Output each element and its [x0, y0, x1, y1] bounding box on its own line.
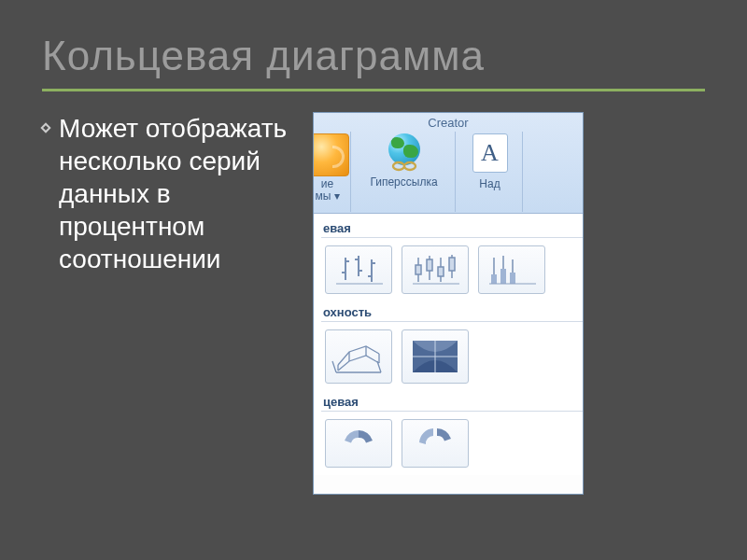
- chart-gallery: евая: [314, 214, 583, 475]
- hyperlink-label: Гиперссылка: [370, 176, 437, 189]
- svg-rect-21: [491, 274, 497, 284]
- textbox-glyph: A: [481, 139, 499, 167]
- textbox-icon: A: [472, 133, 508, 173]
- gallery-row-stock: [321, 238, 583, 301]
- chart-thumb-doughnut-exploded[interactable]: [402, 419, 469, 468]
- ribbon-group-partial: ие мы ▾: [313, 132, 351, 212]
- svg-rect-23: [510, 273, 515, 284]
- chart-thumb-stock-hlc[interactable]: [325, 245, 392, 294]
- svg-rect-22: [500, 269, 506, 284]
- svg-rect-17: [438, 267, 444, 276]
- globe-hyperlink-icon: [386, 133, 423, 171]
- chart-thumb-stock-ohlc[interactable]: [402, 245, 469, 294]
- content-row: Может отображать несколько серий данных …: [42, 112, 705, 495]
- gallery-category-surface: охность: [321, 301, 583, 322]
- chart-thumb-surface-3d[interactable]: [325, 329, 392, 384]
- slide-title: Кольцевая диаграмма: [42, 33, 705, 79]
- svg-rect-13: [416, 265, 421, 274]
- ribbon-tab-label: Creator: [314, 115, 583, 131]
- gallery-row-doughnut: [321, 412, 583, 475]
- ribbon-group-textbox[interactable]: A Над: [458, 132, 523, 212]
- chart-thumb-surface-contour[interactable]: [402, 329, 469, 384]
- svg-point-0: [393, 162, 404, 170]
- ribbon-group-hyperlink[interactable]: Гиперссылка: [353, 132, 456, 212]
- gallery-row-surface: [321, 322, 583, 391]
- bullet-column: Может отображать несколько серий данных …: [42, 112, 294, 495]
- svg-point-1: [404, 162, 416, 170]
- orange-orb-icon[interactable]: [313, 133, 349, 176]
- ribbon-label-partial-2: мы ▾: [315, 190, 339, 203]
- gallery-category-doughnut: цевая: [321, 391, 583, 412]
- textbox-label-partial: Над: [479, 178, 500, 190]
- svg-rect-15: [427, 259, 432, 271]
- bullet-text: Может отображать несколько серий данных …: [59, 112, 294, 275]
- chart-thumb-stock-volume[interactable]: [478, 245, 545, 294]
- svg-rect-19: [449, 258, 455, 271]
- chart-thumb-doughnut[interactable]: [325, 419, 392, 468]
- bullet-item: Может отображать несколько серий данных …: [42, 112, 294, 275]
- embedded-screenshot: Creator ие мы ▾: [313, 112, 584, 495]
- gallery-category-stock: евая: [321, 217, 583, 238]
- ribbon-groups: ие мы ▾: [314, 132, 523, 212]
- slide: Кольцевая диаграмма Может отображать нес…: [0, 0, 747, 560]
- bullet-marker-icon: [40, 122, 50, 133]
- accent-line: [42, 89, 705, 91]
